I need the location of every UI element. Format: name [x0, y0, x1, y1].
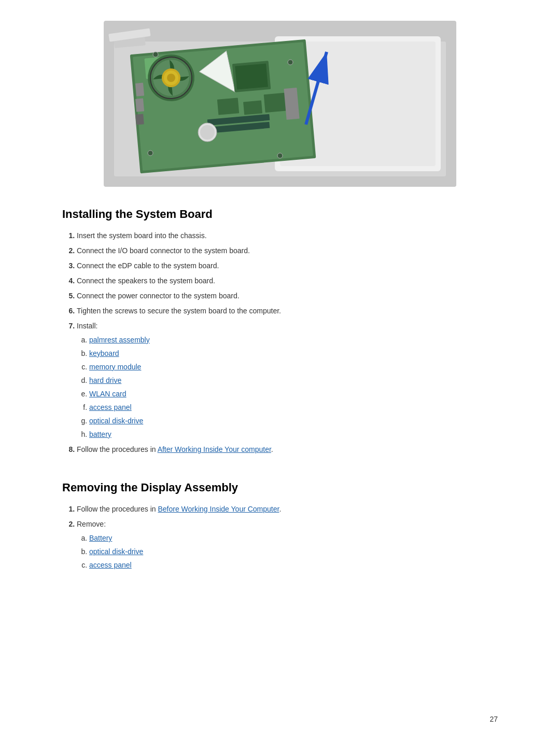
hard-drive-link[interactable]: hard drive [89, 376, 121, 384]
memory-module-link[interactable]: memory module [89, 363, 141, 371]
keyboard-link[interactable]: keyboard [89, 349, 119, 357]
installing-step-3: Connect the eDP cable to the system boar… [77, 260, 498, 271]
removing-steps-list: Follow the procedures in Before Working … [62, 504, 498, 571]
installing-step-7: Install: palmrest assembly keyboard memo… [77, 321, 498, 440]
access-panel-install-link[interactable]: access panel [89, 403, 132, 411]
install-sub-item-b: keyboard [89, 348, 498, 359]
svg-rect-25 [135, 98, 144, 112]
installing-section: Installing the System Board Insert the s… [62, 208, 498, 455]
remove-sub-item-a: Battery [89, 533, 498, 544]
access-panel-remove-link[interactable]: access panel [89, 561, 132, 569]
installing-title: Installing the System Board [62, 208, 498, 221]
svg-rect-20 [243, 100, 262, 115]
install-sub-item-f: access panel [89, 402, 498, 413]
installing-step-5: Connect the power connector to the syste… [77, 291, 498, 301]
install-sub-item-c: memory module [89, 362, 498, 373]
install-sub-item-a: palmrest assembly [89, 335, 498, 346]
optical-disk-drive-install-link[interactable]: optical disk-drive [89, 417, 143, 425]
svg-point-35 [277, 153, 283, 158]
before-working-link[interactable]: Before Working Inside Your Computer [158, 505, 279, 513]
svg-rect-29 [284, 88, 299, 120]
svg-rect-24 [135, 82, 144, 96]
battery-link[interactable]: Battery [89, 534, 112, 542]
svg-point-32 [153, 52, 158, 57]
remove-sub-item-c: access panel [89, 560, 498, 571]
svg-rect-19 [217, 98, 239, 115]
svg-point-31 [200, 125, 215, 140]
battery-install-link[interactable]: battery [89, 430, 111, 438]
palmrest-assembly-link[interactable]: palmrest assembly [89, 336, 150, 344]
svg-point-33 [288, 60, 293, 65]
install-sub-item-e: WLAN card [89, 389, 498, 399]
removing-section: Removing the Display Assembly Follow the… [62, 481, 498, 571]
installing-step-4: Connect the speakers to the system board… [77, 275, 498, 286]
page-container: Installing the System Board Insert the s… [0, 0, 560, 744]
installing-step-1: Insert the system board into the chassis… [77, 230, 498, 241]
install-sub-item-g: optical disk-drive [89, 416, 498, 426]
installing-step-2: Connect the I/O board connector to the s… [77, 245, 498, 256]
installing-steps-list: Insert the system board into the chassis… [62, 230, 498, 455]
wlan-card-link[interactable]: WLAN card [89, 390, 127, 398]
remove-sub-list: Battery optical disk-drive access panel [77, 533, 498, 571]
optical-disk-drive-remove-link[interactable]: optical disk-drive [89, 547, 143, 556]
installing-step-6: Tighten the screws to secure the system … [77, 306, 498, 316]
install-sub-item-d: hard drive [89, 375, 498, 386]
svg-rect-26 [135, 114, 144, 125]
install-sub-item-h: battery [89, 429, 498, 440]
svg-rect-18 [235, 63, 268, 89]
after-working-link[interactable]: After Working Inside Your computer [158, 445, 271, 453]
page-number: 27 [489, 715, 498, 723]
motherboard-image [104, 21, 456, 187]
removing-step-2: Remove: Battery optical disk-drive acces… [77, 519, 498, 571]
removing-step-1: Follow the procedures in Before Working … [77, 504, 498, 515]
svg-point-34 [148, 150, 153, 156]
removing-title: Removing the Display Assembly [62, 481, 498, 494]
image-section [62, 21, 498, 187]
install-sub-list: palmrest assembly keyboard memory module… [77, 335, 498, 440]
installing-step-8: Follow the procedures in After Working I… [77, 444, 498, 455]
remove-sub-item-b: optical disk-drive [89, 546, 498, 557]
